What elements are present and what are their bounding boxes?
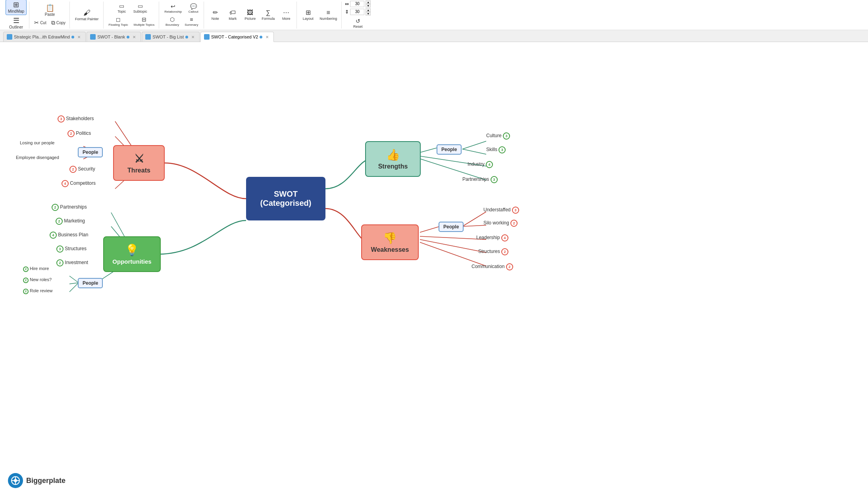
layout-icon: ⊞ xyxy=(306,10,311,16)
leaf-new-roles: 2 New roles? xyxy=(23,277,52,283)
outliner-icon: ☰ xyxy=(13,17,19,24)
strengths-icon: 👍 xyxy=(386,148,400,161)
leaf-investment: 2 Investment xyxy=(56,259,88,266)
outliner-btn[interactable]: ☰ Outliner xyxy=(7,16,25,31)
tab-swot-cat-icon xyxy=(204,34,210,40)
weaknesses-icon: 👎 xyxy=(383,232,397,245)
tab-strategic-label: Strategic Pla...ith EdrawMind xyxy=(14,34,70,39)
tab-swot-big[interactable]: SWOT - Big List ✕ xyxy=(142,32,200,42)
weaknesses-node[interactable]: 👎 Weaknesses xyxy=(361,224,419,260)
relationship-icon: ↩ xyxy=(171,4,175,9)
tab-swot-blank[interactable]: SWOT - Blank ✕ xyxy=(87,32,141,42)
opportunities-node[interactable]: 💡 Opportunities xyxy=(103,236,161,272)
leaf-competitors: 4 Competitors xyxy=(62,180,96,187)
paste-btn[interactable]: 📋 Paste xyxy=(42,3,58,18)
multiple-topics-btn[interactable]: ⊟ Multiple Topics xyxy=(132,15,156,28)
width-down-btn[interactable]: ▼ xyxy=(366,4,371,8)
height-down-btn[interactable]: ▼ xyxy=(366,12,371,15)
copy-btn[interactable]: ⧉ Copy xyxy=(50,19,67,27)
formula-btn[interactable]: ∑ Formula xyxy=(260,8,277,22)
tab-swot-cat-close[interactable]: ✕ xyxy=(266,35,269,39)
tab-swot-blank-close[interactable]: ✕ xyxy=(133,35,136,39)
leaf-partnerships-o: 2 Partnerships xyxy=(52,204,87,211)
svg-line-26 xyxy=(420,242,486,266)
toolbar-group-inserts: ✏ Note 🏷 Mark 🖼 Picture ∑ Formula ⋯ More xyxy=(205,2,297,29)
tab-swot-cat[interactable]: SWOT - Categorised V2 ✕ xyxy=(200,32,274,42)
reset-btn[interactable]: ↺ Reset xyxy=(350,17,366,30)
note-btn[interactable]: ✏ Note xyxy=(207,8,223,22)
relationship-btn[interactable]: ↩ Relationship xyxy=(162,2,184,15)
toolbar-group-connectors: ↩ Relationship 💬 Callout ⬡ Boundary ≡ Su… xyxy=(160,2,204,29)
leaf-partnerships-s: Partnerships 3 xyxy=(462,176,498,183)
threats-label: Threats xyxy=(127,167,150,174)
svg-line-22 xyxy=(462,212,486,226)
tab-swot-big-label: SWOT - Big List xyxy=(152,34,184,39)
opportunities-label: Opportunities xyxy=(112,258,151,265)
cut-icon: ✂ xyxy=(34,19,39,26)
toolbar-group-clipboard: 📋 Paste ✂ Cut ⧉ Copy xyxy=(30,2,70,29)
threats-people-box[interactable]: People xyxy=(78,147,103,157)
biggerplate-logo: Biggerplate xyxy=(8,473,65,488)
boundary-icon: ⬡ xyxy=(170,17,175,22)
leaf-structures-o: 3 Structures xyxy=(56,245,87,253)
biggerplate-icon xyxy=(8,473,23,488)
strengths-people-box[interactable]: People xyxy=(437,144,462,155)
numbering-btn[interactable]: ≡ Numbering xyxy=(318,8,339,22)
central-node[interactable]: SWOT (Categorised) xyxy=(246,177,325,220)
tab-swot-blank-icon xyxy=(90,34,96,40)
svg-line-19 xyxy=(69,283,79,284)
mark-btn[interactable]: 🏷 Mark xyxy=(225,8,241,22)
format-painter-btn[interactable]: 🖌 Format Painter xyxy=(73,8,101,22)
leaf-marketing: 2 Marketing xyxy=(56,218,85,225)
floating-topic-btn[interactable]: ◻ Floating Topic xyxy=(107,15,130,28)
tab-strategic[interactable]: Strategic Pla...ith EdrawMind ✕ xyxy=(3,32,86,42)
callout-btn[interactable]: 💬 Callout xyxy=(185,2,201,15)
leaf-losing-people: Losing our people xyxy=(20,140,54,145)
picture-icon: 🖼 xyxy=(247,10,253,16)
reset-icon: ↺ xyxy=(356,18,360,24)
subtopic-btn[interactable]: ▭ Subtopic xyxy=(131,2,149,15)
tab-swot-blank-dot xyxy=(127,36,129,38)
width-up-btn[interactable]: ▲ xyxy=(366,0,371,4)
opportunities-icon: 💡 xyxy=(125,243,139,257)
strengths-label: Strengths xyxy=(378,163,408,170)
opp-people-box[interactable]: People xyxy=(78,278,103,288)
more-icon: ⋯ xyxy=(283,10,289,16)
paste-icon: 📋 xyxy=(46,4,54,11)
central-label: SWOT (Categorised) xyxy=(260,190,312,208)
mindmap-label: MindMap xyxy=(8,9,24,13)
height-input[interactable] xyxy=(350,9,364,15)
topic-btn[interactable]: ▭ Topic xyxy=(114,2,130,15)
mark-icon: 🏷 xyxy=(229,10,236,16)
format-painter-icon: 🖌 xyxy=(83,9,90,16)
threats-icon: ⚔ xyxy=(134,152,144,165)
leaf-communication: Communication 2 xyxy=(472,263,513,270)
toolbar-group-format: 🖌 Format Painter xyxy=(71,2,104,29)
strengths-node[interactable]: 👍 Strengths xyxy=(365,141,421,177)
boundary-btn[interactable]: ⬡ Boundary xyxy=(164,15,181,28)
mindmap-btn[interactable]: ⊞ MindMap xyxy=(6,0,27,15)
tab-strategic-close[interactable]: ✕ xyxy=(77,35,81,39)
width-input[interactable] xyxy=(350,1,364,7)
tab-swot-big-close[interactable]: ✕ xyxy=(191,35,194,39)
tab-swot-cat-label: SWOT - Categorised V2 xyxy=(211,34,258,39)
more-btn[interactable]: ⋯ More xyxy=(278,8,294,22)
formula-icon: ∑ xyxy=(266,10,270,16)
weak-people-box[interactable]: People xyxy=(439,222,464,232)
tab-strategic-icon xyxy=(7,34,12,40)
canvas[interactable]: SWOT (Categorised) ⚔ Threats 👍 Strengths… xyxy=(0,42,868,500)
leaf-stakeholders: 3 Stakeholders xyxy=(58,115,94,123)
numbering-icon: ≡ xyxy=(327,10,330,16)
tab-swot-big-dot xyxy=(185,36,188,38)
cut-btn[interactable]: ✂ Cut xyxy=(33,19,48,27)
layout-btn[interactable]: ⊞ Layout xyxy=(300,8,316,22)
floating-topic-icon: ◻ xyxy=(116,17,121,22)
multiple-topics-icon: ⊟ xyxy=(142,17,146,22)
threats-node[interactable]: ⚔ Threats xyxy=(113,145,165,181)
height-up-btn[interactable]: ▲ xyxy=(366,8,371,12)
summary-btn[interactable]: ≡ Summary xyxy=(183,15,200,28)
picture-btn[interactable]: 🖼 Picture xyxy=(242,8,258,22)
svg-line-9 xyxy=(462,149,486,154)
subtopic-icon: ▭ xyxy=(138,3,143,9)
leaf-industry: Industry 4 xyxy=(468,161,493,168)
